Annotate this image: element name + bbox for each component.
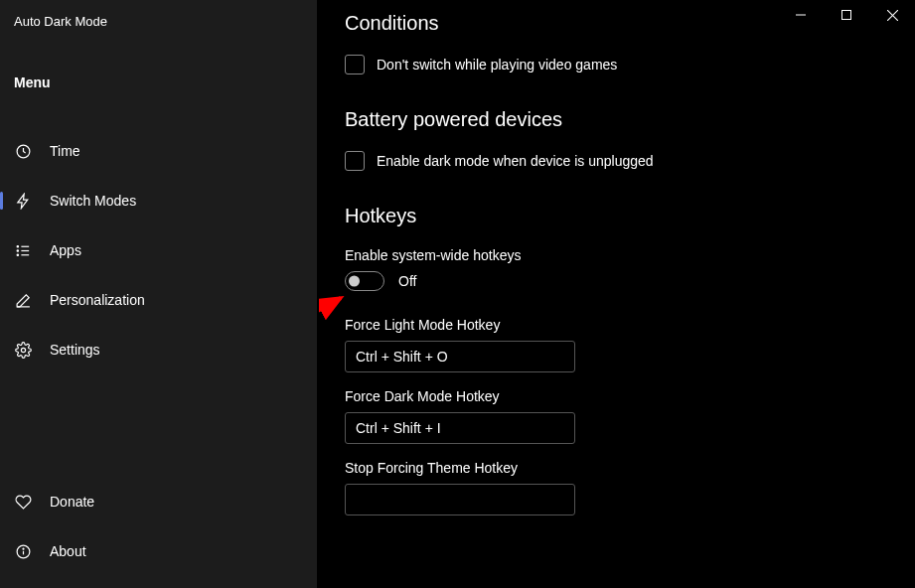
checkbox-label: Don't switch while playing video games	[377, 57, 617, 73]
enable-hotkeys-toggle[interactable]	[345, 271, 384, 291]
sidebar-item-about[interactable]: About	[0, 526, 317, 576]
sidebar-item-label: Apps	[50, 242, 81, 258]
force-dark-input[interactable]	[345, 412, 575, 444]
checkbox-unplugged[interactable]	[345, 151, 365, 171]
nav: Time Switch Modes Apps	[0, 126, 317, 374]
sidebar-item-time[interactable]: Time	[0, 126, 317, 176]
sidebar-item-label: Switch Modes	[50, 193, 136, 209]
force-light-label: Force Light Mode Hotkey	[345, 317, 915, 333]
section-title-battery: Battery powered devices	[345, 108, 915, 131]
enable-hotkeys-label: Enable system-wide hotkeys	[345, 247, 915, 263]
sidebar-item-donate[interactable]: Donate	[0, 477, 317, 526]
clock-icon	[14, 142, 32, 160]
window-controls	[778, 0, 915, 30]
force-dark-label: Force Dark Mode Hotkey	[345, 388, 915, 404]
svg-point-5	[17, 254, 18, 255]
pencil-icon	[14, 291, 32, 309]
section-title-hotkeys: Hotkeys	[345, 205, 915, 227]
bottom-nav: Donate About	[0, 477, 317, 576]
sidebar: Auto Dark Mode Menu Time Switch Modes	[0, 0, 319, 588]
sidebar-item-personalization[interactable]: Personalization	[0, 275, 317, 325]
svg-point-7	[21, 348, 25, 352]
sidebar-item-switch-modes[interactable]: Switch Modes	[0, 176, 317, 225]
svg-point-3	[17, 249, 18, 250]
app-title: Auto Dark Mode	[0, 10, 317, 29]
info-icon	[14, 542, 32, 560]
sidebar-item-label: About	[50, 543, 86, 559]
bolt-icon	[14, 192, 32, 210]
svg-point-1	[17, 245, 18, 246]
checkbox-row-unplugged: Enable dark mode when device is unplugge…	[345, 151, 915, 171]
force-light-input[interactable]	[345, 341, 575, 372]
stop-forcing-input[interactable]	[345, 484, 575, 515]
heart-icon	[14, 493, 32, 511]
toggle-knob	[349, 276, 360, 287]
sidebar-item-label: Donate	[50, 494, 94, 510]
sidebar-item-label: Settings	[50, 342, 100, 358]
menu-heading: Menu	[0, 29, 317, 90]
toggle-row-hotkeys: Off	[345, 271, 915, 291]
checkbox-row-video-games: Don't switch while playing video games	[345, 55, 915, 74]
svg-line-15	[319, 298, 341, 372]
sidebar-item-label: Personalization	[50, 292, 145, 308]
checkbox-video-games[interactable]	[345, 55, 365, 74]
checkbox-label: Enable dark mode when device is unplugge…	[377, 153, 654, 169]
close-button[interactable]	[869, 0, 915, 30]
svg-point-10	[23, 548, 24, 549]
sidebar-item-apps[interactable]: Apps	[0, 225, 317, 275]
svg-rect-12	[842, 11, 851, 20]
main-content: Conditions Don't switch while playing vi…	[319, 0, 915, 588]
maximize-button[interactable]	[824, 0, 869, 30]
sidebar-item-settings[interactable]: Settings	[0, 325, 317, 374]
toggle-state-label: Off	[398, 273, 416, 289]
stop-forcing-label: Stop Forcing Theme Hotkey	[345, 460, 915, 476]
gear-icon	[14, 341, 32, 359]
list-icon	[14, 241, 32, 259]
minimize-button[interactable]	[778, 0, 824, 30]
sidebar-item-label: Time	[50, 143, 80, 159]
